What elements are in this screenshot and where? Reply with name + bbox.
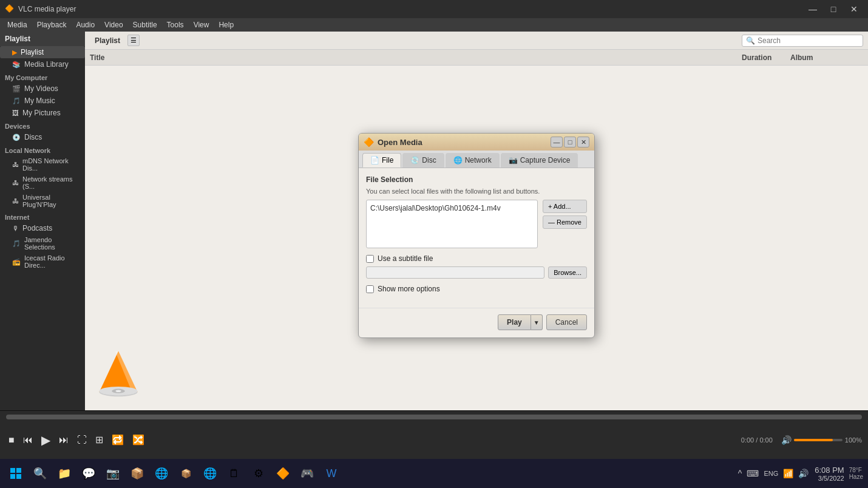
volume-sys-icon[interactable]: 🔊 <box>797 467 810 480</box>
volume-bar[interactable] <box>794 439 843 441</box>
aspect-button[interactable]: ⊞ <box>93 433 106 447</box>
col-title-header: Title <box>90 53 742 62</box>
sidebar-item-media-library[interactable]: 📚 Media Library <box>0 58 85 70</box>
playlist-icon: ▶ <box>12 49 17 56</box>
file-selection-desc: You can select local files with the foll… <box>366 188 587 195</box>
browse-subtitle-button[interactable]: Browse... <box>548 266 587 279</box>
dialog-body: File Selection You can select local file… <box>359 168 594 308</box>
sidebar-item-icecast[interactable]: 📻 Icecast Radio Direc... <box>0 252 85 271</box>
dialog-footer: Play ▼ Cancel <box>359 308 594 337</box>
sidebar-label-media-library: Media Library <box>24 60 69 69</box>
chevron-up-icon[interactable]: ^ <box>737 467 744 480</box>
show-more-row: Show more options <box>366 285 587 293</box>
keyboard-icon[interactable]: ⌨ <box>745 467 760 480</box>
sidebar-item-discs[interactable]: 💿 Discs <box>0 131 85 143</box>
mdns-icon: 🖧 <box>12 161 19 168</box>
play-pause-button[interactable]: ▶ <box>39 432 53 449</box>
sidebar-item-my-music[interactable]: 🎵 My Music <box>0 95 85 107</box>
cancel-button[interactable]: Cancel <box>546 314 587 330</box>
play-dropdown-button[interactable]: ▼ <box>531 314 543 330</box>
open-media-dialog: 🔶 Open Media — □ ✕ 📄 File 💿 <box>358 133 595 338</box>
file-selection-label: File Selection <box>366 175 587 184</box>
my-videos-icon: 🎬 <box>12 85 21 93</box>
tab-file[interactable]: 📄 File <box>362 153 401 168</box>
subtitle-browse-row: Browse... <box>366 266 587 279</box>
file-list[interactable]: C:\Users\jalal\Desktop\Gh010624-1.m4v <box>366 200 538 248</box>
menu-media[interactable]: Media <box>2 19 32 30</box>
subtitle-checkbox[interactable] <box>366 255 374 263</box>
taskbar-start-button[interactable] <box>5 463 27 484</box>
taskbar-store-button[interactable]: 📦 <box>126 463 148 484</box>
network-tab-icon: 🌐 <box>453 156 463 164</box>
menu-tools[interactable]: Tools <box>162 19 189 30</box>
menu-subtitle[interactable]: Subtitle <box>128 19 162 30</box>
player-bar: ■ ⏮ ▶ ⏭ ⛶ ⊞ 🔁 🔀 0:00 / 0:00 🔊 100% <box>0 410 868 459</box>
menu-audio[interactable]: Audio <box>71 19 100 30</box>
taskbar-files-button[interactable]: 📁 <box>53 463 75 484</box>
minimize-button[interactable]: — <box>804 3 822 15</box>
dialog-close-button[interactable]: ✕ <box>577 137 589 147</box>
taskbar-camera-button[interactable]: 📷 <box>102 463 124 484</box>
sidebar-playlist-label: Playlist <box>5 35 30 43</box>
weather-desc: Haze <box>849 473 863 480</box>
dialog-maximize-button[interactable]: □ <box>564 137 576 147</box>
sidebar-item-podcasts[interactable]: 🎙 Podcasts <box>0 222 85 234</box>
sidebar-item-my-pictures[interactable]: 🖼 My Pictures <box>0 107 85 119</box>
taskbar-game-button[interactable]: 🎮 <box>296 463 318 484</box>
sidebar-item-jamendo[interactable]: 🎵 Jamendo Selections <box>0 234 85 252</box>
search-input[interactable] <box>758 36 859 45</box>
remove-file-button[interactable]: — Remove <box>543 215 587 229</box>
sidebar-playlist-header: Playlist <box>0 32 85 46</box>
prev-button[interactable]: ⏮ <box>21 433 35 447</box>
taskbar-browser2-button[interactable]: 🌐 <box>199 463 221 484</box>
sidebar-item-playlist[interactable]: ▶ Playlist <box>0 46 85 58</box>
menu-help[interactable]: Help <box>214 19 239 30</box>
lang-indicator[interactable]: ENG <box>762 469 779 478</box>
menu-video[interactable]: Video <box>100 19 127 30</box>
menu-playback[interactable]: Playback <box>32 19 72 30</box>
sidebar-item-mdns[interactable]: 🖧 mDNS Network Dis... <box>0 155 85 174</box>
show-more-checkbox[interactable] <box>366 285 374 293</box>
file-list-item[interactable]: C:\Users\jalal\Desktop\Gh010624-1.m4v <box>369 203 535 214</box>
taskbar-search-button[interactable]: 🔍 <box>29 463 51 484</box>
taskbar-notes-button[interactable]: 🗒 <box>223 463 245 484</box>
file-tab-icon: 📄 <box>370 156 379 164</box>
taskbar-dropbox-button[interactable]: 📦 <box>175 463 197 484</box>
fullscreen-button[interactable]: ⛶ <box>75 433 89 447</box>
tab-disc[interactable]: 💿 Disc <box>402 153 444 168</box>
discs-icon: 💿 <box>12 134 21 141</box>
taskbar-word-button[interactable]: W <box>320 463 342 484</box>
title-bar: 🔶 VLC media player — □ ✕ <box>0 0 868 18</box>
stop-button[interactable]: ■ <box>6 433 17 447</box>
taskbar-right-area: ^ ⌨ ENG 📶 🔊 6:08 PM 3/5/2022 78°F Haze <box>737 466 863 482</box>
sidebar-item-my-videos[interactable]: 🎬 My Videos <box>0 83 85 95</box>
sidebar-section-internet: Internet <box>0 210 85 222</box>
dialog-minimize-button[interactable]: — <box>551 137 563 147</box>
sidebar-label-my-pictures: My Pictures <box>22 109 61 117</box>
play-button[interactable]: Play <box>498 314 531 330</box>
progress-bar[interactable] <box>6 415 862 419</box>
clock-time: 6:08 PM <box>815 466 844 475</box>
vlc-logo-area <box>91 348 164 409</box>
taskbar-edge-button[interactable]: 🌐 <box>151 463 172 484</box>
clock[interactable]: 6:08 PM 3/5/2022 <box>815 466 844 482</box>
shuffle-button[interactable]: 🔀 <box>130 433 147 447</box>
close-button[interactable]: ✕ <box>845 3 863 15</box>
subtitle-file-input[interactable] <box>366 266 544 279</box>
taskbar-chat-button[interactable]: 💬 <box>78 463 100 484</box>
loop-button[interactable]: 🔁 <box>109 433 126 447</box>
wifi-icon[interactable]: 📶 <box>782 467 795 480</box>
tab-network[interactable]: 🌐 Network <box>446 153 500 168</box>
taskbar-settings-button[interactable]: ⚙ <box>248 463 270 484</box>
playlist-view-button[interactable]: ☰ <box>127 35 140 46</box>
dialog-tabs: 📄 File 💿 Disc 🌐 Network 📷 Capture Device <box>359 151 594 168</box>
tab-capture-device[interactable]: 📷 Capture Device <box>501 153 578 168</box>
taskbar-vlc-button[interactable]: 🔶 <box>272 463 294 484</box>
maximize-button[interactable]: □ <box>824 3 843 15</box>
add-file-button[interactable]: + Add... <box>543 200 587 213</box>
next-button[interactable]: ⏭ <box>56 433 71 447</box>
sidebar-item-network-streams[interactable]: 🖧 Network streams (S... <box>0 174 85 192</box>
network-tab-label: Network <box>465 156 492 164</box>
menu-view[interactable]: View <box>189 19 214 30</box>
sidebar-item-upnp[interactable]: 🖧 Universal Plug'N'Play <box>0 192 85 210</box>
